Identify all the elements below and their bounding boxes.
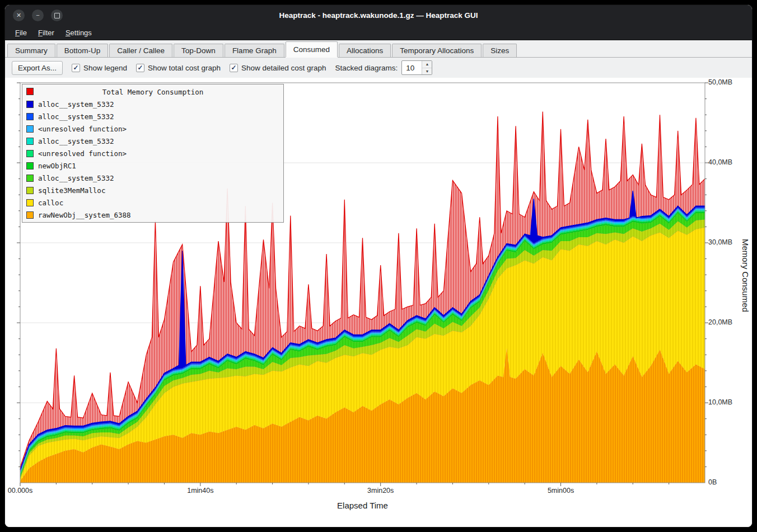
window-title: Heaptrack - heaptrack.wakunode.1.gz — He… xyxy=(5,11,752,20)
legend-item: <unresolved function> xyxy=(22,147,283,159)
y-tick-label: 10,0MB xyxy=(708,398,742,406)
legend-label: <unresolved function> xyxy=(38,125,127,133)
y-tick-label: 20,0MB xyxy=(708,318,742,326)
heaptrack-window: ✕− Heaptrack - heaptrack.wakunode.1.gz —… xyxy=(4,4,753,528)
legend-item: alloc__system_5332 xyxy=(22,172,283,184)
y-tick-label: 30,0MB xyxy=(708,238,742,246)
legend-item: calloc xyxy=(22,196,283,209)
checkbox-label: Show legend xyxy=(83,64,127,72)
legend-swatch xyxy=(26,211,34,219)
y-tick-label: 40,0MB xyxy=(708,158,742,166)
checkbox-container: ✓Show legend✓Show total cost graph✓Show … xyxy=(72,64,326,72)
tab-bottom-up[interactable]: Bottom-Up xyxy=(57,44,109,57)
tab-sizes[interactable]: Sizes xyxy=(483,44,517,57)
legend-label: newObjRC1 xyxy=(38,162,76,170)
spinbox-arrows: ▲ ▼ xyxy=(422,61,432,74)
tab-temporary-allocations[interactable]: Temporary Allocations xyxy=(392,44,482,57)
spin-down-icon[interactable]: ▼ xyxy=(422,68,432,75)
legend-item: sqlite3MemMalloc xyxy=(22,184,283,196)
checkmark-icon: ✓ xyxy=(72,64,80,72)
legend-label: sqlite3MemMalloc xyxy=(38,186,105,195)
legend-item: alloc__system_5332 xyxy=(22,110,283,123)
y-axis-title: Memory Consumed xyxy=(741,239,750,312)
minimize-button[interactable]: − xyxy=(32,10,44,21)
legend-swatch xyxy=(26,150,34,157)
legend-label: calloc xyxy=(38,199,63,207)
legend-swatch xyxy=(26,101,34,108)
legend-label: alloc__system_5332 xyxy=(38,100,114,109)
tab-top-down[interactable]: Top-Down xyxy=(174,44,223,57)
window-buttons: ✕− xyxy=(13,5,63,26)
checkbox-show-detailed-cost-graph[interactable]: ✓Show detailed cost graph xyxy=(230,64,326,72)
export-as-button[interactable]: Export As... xyxy=(12,61,63,75)
x-tick-label: 5min00s xyxy=(536,487,586,495)
checkbox-label: Show detailed cost graph xyxy=(241,64,326,72)
legend-item: newObjRC1 xyxy=(22,159,283,172)
legend-label: alloc__system_5332 xyxy=(38,112,114,121)
legend-swatch xyxy=(26,187,34,194)
x-tick-label: 1min40s xyxy=(175,487,226,495)
tab-summary[interactable]: Summary xyxy=(7,44,55,57)
legend-label: <unresolved function> xyxy=(38,149,127,158)
titlebar: ✕− Heaptrack - heaptrack.wakunode.1.gz —… xyxy=(5,5,752,26)
tab-caller-callee[interactable]: Caller / Callee xyxy=(109,44,172,57)
chart-legend: Total Memory Consumptionalloc__system_53… xyxy=(22,84,284,223)
legend-swatch xyxy=(26,199,34,206)
legend-swatch xyxy=(26,162,34,170)
legend-swatch xyxy=(26,175,34,182)
legend-swatch xyxy=(26,113,34,120)
toolbar: Export As... ✓Show legend✓Show total cos… xyxy=(5,58,752,78)
legend-label: rawNewObj__system_6388 xyxy=(38,211,131,219)
checkbox-show-total-cost-graph[interactable]: ✓Show total cost graph xyxy=(136,64,221,72)
legend-item: rawNewObj__system_6388 xyxy=(22,209,283,221)
checkmark-icon: ✓ xyxy=(230,64,238,72)
menubar: FileFilterSettings xyxy=(5,26,752,40)
legend-swatch xyxy=(26,138,34,145)
legend-label: alloc__system_5332 xyxy=(38,137,114,145)
tab-consumed[interactable]: Consumed xyxy=(286,41,338,57)
chart-area: Total Memory Consumptionalloc__system_53… xyxy=(5,78,752,527)
tab-allocations[interactable]: Allocations xyxy=(339,44,391,57)
close-button[interactable]: ✕ xyxy=(13,10,25,21)
legend-swatch xyxy=(26,88,34,95)
checkmark-icon: ✓ xyxy=(136,64,144,72)
maximize-icon xyxy=(54,13,60,18)
y-tick-label: 0B xyxy=(708,478,742,486)
y-tick-label: 50,0MB xyxy=(708,78,742,86)
stacked-diagrams-spinbox[interactable]: 10 ▲ ▼ xyxy=(401,60,432,75)
x-tick-label: 00.000s xyxy=(5,487,45,495)
legend-item: alloc__system_5332 xyxy=(22,135,283,147)
stacked-diagrams-value[interactable]: 10 xyxy=(402,61,422,74)
tabbar: SummaryBottom-UpCaller / CalleeTop-DownF… xyxy=(5,40,752,58)
legend-swatch xyxy=(26,125,34,133)
legend-title-row: Total Memory Consumption xyxy=(22,86,283,98)
legend-label: Total Memory Consumption xyxy=(102,88,204,96)
stacked-diagrams-label: Stacked diagrams: xyxy=(335,64,398,72)
maximize-button[interactable] xyxy=(51,10,63,21)
stacked-diagrams-group: Stacked diagrams: 10 ▲ ▼ xyxy=(335,60,433,75)
checkbox-show-legend[interactable]: ✓Show legend xyxy=(72,64,127,72)
x-tick-label: 3min20s xyxy=(356,487,406,495)
checkbox-label: Show total cost graph xyxy=(148,64,221,72)
spin-up-icon[interactable]: ▲ xyxy=(422,61,432,68)
x-axis-title: Elapsed Time xyxy=(20,501,705,510)
menu-settings[interactable]: Settings xyxy=(60,27,97,39)
legend-item: alloc__system_5332 xyxy=(22,98,283,110)
menu-filter[interactable]: Filter xyxy=(32,27,60,39)
legend-item: <unresolved function> xyxy=(22,123,283,135)
menu-file[interactable]: File xyxy=(10,27,32,39)
legend-label: alloc__system_5332 xyxy=(38,174,114,182)
tab-flame-graph[interactable]: Flame Graph xyxy=(225,44,284,57)
